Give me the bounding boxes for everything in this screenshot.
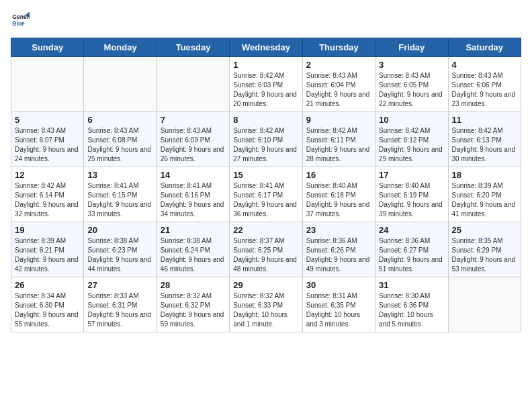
calendar-cell: 20Sunrise: 8:38 AM Sunset: 6:23 PM Dayli… xyxy=(84,222,157,277)
day-number: 2 xyxy=(306,60,371,70)
calendar-week-row: 1Sunrise: 8:42 AM Sunset: 6:03 PM Daylig… xyxy=(11,57,521,112)
calendar-cell: 8Sunrise: 8:42 AM Sunset: 6:10 PM Daylig… xyxy=(230,112,302,167)
day-info: Sunrise: 8:34 AM Sunset: 6:30 PM Dayligh… xyxy=(15,291,80,329)
calendar-cell: 10Sunrise: 8:42 AM Sunset: 6:12 PM Dayli… xyxy=(375,112,448,167)
day-number: 20 xyxy=(87,225,152,235)
day-number: 25 xyxy=(452,225,517,235)
day-info: Sunrise: 8:42 AM Sunset: 6:11 PM Dayligh… xyxy=(306,126,371,164)
day-header-monday: Monday xyxy=(84,38,157,57)
day-number: 22 xyxy=(233,225,298,235)
day-info: Sunrise: 8:42 AM Sunset: 6:03 PM Dayligh… xyxy=(233,71,298,109)
calendar-cell xyxy=(448,277,521,332)
day-info: Sunrise: 8:36 AM Sunset: 6:27 PM Dayligh… xyxy=(379,236,444,274)
day-number: 4 xyxy=(452,60,517,70)
calendar-cell: 19Sunrise: 8:39 AM Sunset: 6:21 PM Dayli… xyxy=(11,222,84,277)
calendar-cell: 25Sunrise: 8:35 AM Sunset: 6:29 PM Dayli… xyxy=(448,222,521,277)
calendar-cell xyxy=(84,57,157,112)
day-info: Sunrise: 8:43 AM Sunset: 6:04 PM Dayligh… xyxy=(306,71,371,109)
day-info: Sunrise: 8:38 AM Sunset: 6:24 PM Dayligh… xyxy=(161,236,226,274)
day-number: 17 xyxy=(379,170,444,180)
day-number: 5 xyxy=(15,115,80,125)
calendar-cell: 24Sunrise: 8:36 AM Sunset: 6:27 PM Dayli… xyxy=(375,222,448,277)
logo: General Blue xyxy=(11,11,32,30)
calendar-cell xyxy=(157,57,229,112)
calendar-cell: 12Sunrise: 8:42 AM Sunset: 6:14 PM Dayli… xyxy=(11,167,84,222)
calendar-cell: 29Sunrise: 8:32 AM Sunset: 6:33 PM Dayli… xyxy=(230,277,302,332)
day-info: Sunrise: 8:32 AM Sunset: 6:33 PM Dayligh… xyxy=(233,291,298,329)
day-info: Sunrise: 8:33 AM Sunset: 6:31 PM Dayligh… xyxy=(87,291,152,329)
calendar-cell: 26Sunrise: 8:34 AM Sunset: 6:30 PM Dayli… xyxy=(11,277,84,332)
day-info: Sunrise: 8:30 AM Sunset: 6:36 PM Dayligh… xyxy=(379,291,444,329)
calendar-cell: 2Sunrise: 8:43 AM Sunset: 6:04 PM Daylig… xyxy=(302,57,375,112)
day-number: 27 xyxy=(87,280,152,290)
page-header: General Blue xyxy=(11,11,521,30)
day-number: 1 xyxy=(233,60,298,70)
day-number: 7 xyxy=(161,115,226,125)
calendar: SundayMondayTuesdayWednesdayThursdayFrid… xyxy=(11,38,521,332)
day-info: Sunrise: 8:40 AM Sunset: 6:18 PM Dayligh… xyxy=(306,181,371,219)
calendar-header-row: SundayMondayTuesdayWednesdayThursdayFrid… xyxy=(11,38,521,57)
day-info: Sunrise: 8:38 AM Sunset: 6:23 PM Dayligh… xyxy=(87,236,152,274)
day-number: 13 xyxy=(87,170,152,180)
calendar-cell: 16Sunrise: 8:40 AM Sunset: 6:18 PM Dayli… xyxy=(302,167,375,222)
day-header-saturday: Saturday xyxy=(448,38,521,57)
day-info: Sunrise: 8:39 AM Sunset: 6:21 PM Dayligh… xyxy=(15,236,80,274)
day-info: Sunrise: 8:43 AM Sunset: 6:05 PM Dayligh… xyxy=(379,71,444,109)
day-number: 29 xyxy=(233,280,298,290)
day-info: Sunrise: 8:42 AM Sunset: 6:13 PM Dayligh… xyxy=(452,126,517,164)
day-number: 15 xyxy=(233,170,298,180)
calendar-week-row: 19Sunrise: 8:39 AM Sunset: 6:21 PM Dayli… xyxy=(11,222,521,277)
calendar-cell: 31Sunrise: 8:30 AM Sunset: 6:36 PM Dayli… xyxy=(375,277,448,332)
day-number: 6 xyxy=(87,115,152,125)
svg-text:Blue: Blue xyxy=(12,20,25,27)
day-number: 30 xyxy=(306,280,371,290)
day-header-tuesday: Tuesday xyxy=(157,38,229,57)
calendar-cell: 17Sunrise: 8:40 AM Sunset: 6:19 PM Dayli… xyxy=(375,167,448,222)
calendar-cell: 5Sunrise: 8:43 AM Sunset: 6:07 PM Daylig… xyxy=(11,112,84,167)
day-info: Sunrise: 8:43 AM Sunset: 6:06 PM Dayligh… xyxy=(452,71,517,109)
calendar-cell: 15Sunrise: 8:41 AM Sunset: 6:17 PM Dayli… xyxy=(230,167,302,222)
calendar-cell: 4Sunrise: 8:43 AM Sunset: 6:06 PM Daylig… xyxy=(448,57,521,112)
calendar-cell: 27Sunrise: 8:33 AM Sunset: 6:31 PM Dayli… xyxy=(84,277,157,332)
day-number: 24 xyxy=(379,225,444,235)
logo-icon: General Blue xyxy=(11,11,30,30)
day-number: 12 xyxy=(15,170,80,180)
calendar-cell: 11Sunrise: 8:42 AM Sunset: 6:13 PM Dayli… xyxy=(448,112,521,167)
day-info: Sunrise: 8:41 AM Sunset: 6:16 PM Dayligh… xyxy=(161,181,226,219)
calendar-cell xyxy=(11,57,84,112)
calendar-cell: 14Sunrise: 8:41 AM Sunset: 6:16 PM Dayli… xyxy=(157,167,229,222)
day-number: 18 xyxy=(452,170,517,180)
day-number: 10 xyxy=(379,115,444,125)
calendar-cell: 3Sunrise: 8:43 AM Sunset: 6:05 PM Daylig… xyxy=(375,57,448,112)
calendar-week-row: 26Sunrise: 8:34 AM Sunset: 6:30 PM Dayli… xyxy=(11,277,521,332)
day-number: 8 xyxy=(233,115,298,125)
day-info: Sunrise: 8:36 AM Sunset: 6:26 PM Dayligh… xyxy=(306,236,371,274)
calendar-cell: 28Sunrise: 8:32 AM Sunset: 6:32 PM Dayli… xyxy=(157,277,229,332)
calendar-cell: 21Sunrise: 8:38 AM Sunset: 6:24 PM Dayli… xyxy=(157,222,229,277)
day-info: Sunrise: 8:41 AM Sunset: 6:15 PM Dayligh… xyxy=(87,181,152,219)
calendar-cell: 22Sunrise: 8:37 AM Sunset: 6:25 PM Dayli… xyxy=(230,222,302,277)
calendar-cell: 23Sunrise: 8:36 AM Sunset: 6:26 PM Dayli… xyxy=(302,222,375,277)
day-header-wednesday: Wednesday xyxy=(230,38,302,57)
day-number: 3 xyxy=(379,60,444,70)
calendar-cell: 1Sunrise: 8:42 AM Sunset: 6:03 PM Daylig… xyxy=(230,57,302,112)
day-number: 21 xyxy=(161,225,226,235)
day-info: Sunrise: 8:42 AM Sunset: 6:14 PM Dayligh… xyxy=(15,181,80,219)
calendar-cell: 30Sunrise: 8:31 AM Sunset: 6:35 PM Dayli… xyxy=(302,277,375,332)
day-info: Sunrise: 8:40 AM Sunset: 6:19 PM Dayligh… xyxy=(379,181,444,219)
day-number: 9 xyxy=(306,115,371,125)
day-info: Sunrise: 8:43 AM Sunset: 6:08 PM Dayligh… xyxy=(87,126,152,164)
day-number: 31 xyxy=(379,280,444,290)
day-info: Sunrise: 8:41 AM Sunset: 6:17 PM Dayligh… xyxy=(233,181,298,219)
day-header-thursday: Thursday xyxy=(302,38,375,57)
day-number: 16 xyxy=(306,170,371,180)
calendar-cell: 13Sunrise: 8:41 AM Sunset: 6:15 PM Dayli… xyxy=(84,167,157,222)
day-number: 26 xyxy=(15,280,80,290)
day-info: Sunrise: 8:39 AM Sunset: 6:20 PM Dayligh… xyxy=(452,181,517,219)
day-info: Sunrise: 8:43 AM Sunset: 6:09 PM Dayligh… xyxy=(161,126,226,164)
day-number: 19 xyxy=(15,225,80,235)
day-header-friday: Friday xyxy=(375,38,448,57)
day-info: Sunrise: 8:31 AM Sunset: 6:35 PM Dayligh… xyxy=(306,291,371,329)
calendar-cell: 7Sunrise: 8:43 AM Sunset: 6:09 PM Daylig… xyxy=(157,112,229,167)
day-number: 14 xyxy=(161,170,226,180)
